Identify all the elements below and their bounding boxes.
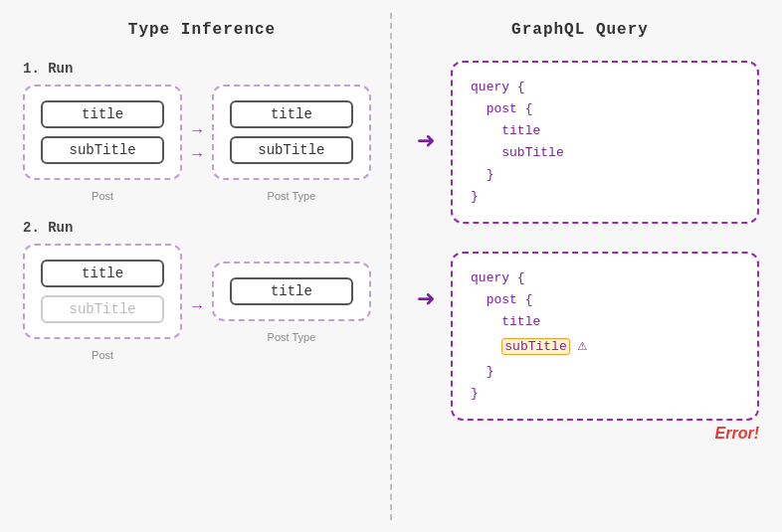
run1-code-box: query { post { title subTitle } } bbox=[451, 61, 759, 225]
run1-big-arrow-icon: ➜ bbox=[417, 123, 435, 160]
run2-post-title: title bbox=[41, 260, 164, 287]
right-column-header: GraphQL Query bbox=[511, 21, 649, 39]
left-column-header: Type Inference bbox=[128, 21, 276, 39]
warning-icon: ⚠️ bbox=[578, 333, 588, 360]
run2-post-fields: title subTitle bbox=[23, 244, 182, 339]
left-column: 1. Run title subTitle Post → → bbox=[13, 51, 391, 520]
run2-error-highlight: subTitle bbox=[501, 338, 569, 355]
run1-arrows: → → bbox=[188, 123, 206, 163]
run1-post-label: Post bbox=[23, 190, 182, 202]
run2-error-text: Error! bbox=[451, 425, 759, 443]
run1-posttype-subtitle: subTitle bbox=[230, 136, 353, 164]
run1-post-title: title bbox=[41, 100, 164, 128]
run1-arrow-title: → bbox=[192, 123, 202, 139]
run2-right: ➜ query { post { title subTitle ⚠️ } } E… bbox=[411, 252, 759, 443]
run2-posttype-title: title bbox=[230, 277, 353, 305]
run2-left: 2. Run title subTitle Post → ti bbox=[23, 220, 371, 361]
run2-code-area: query { post { title subTitle ⚠️ } } Err… bbox=[451, 252, 759, 443]
run2-arrows: → bbox=[188, 289, 206, 315]
run2-code-box: query { post { title subTitle ⚠️ } } bbox=[451, 252, 759, 421]
run2-big-arrow-container: ➜ bbox=[411, 281, 441, 318]
run2-label: 2. Run bbox=[23, 220, 371, 236]
run1-posttype-box: title subTitle Post Type bbox=[212, 85, 371, 202]
vertical-divider bbox=[390, 13, 392, 520]
run1-posttype-title: title bbox=[230, 100, 353, 128]
run2-post-box: title subTitle Post bbox=[23, 244, 182, 361]
run2-arrow-title: → bbox=[192, 299, 202, 315]
run2-posttype-fields: title bbox=[212, 262, 371, 321]
run1-posttype-label: Post Type bbox=[212, 190, 371, 202]
run1-posttype-fields: title subTitle bbox=[212, 85, 371, 180]
run2-big-arrow-icon: ➜ bbox=[417, 281, 435, 318]
run1-left: 1. Run title subTitle Post → → bbox=[23, 61, 371, 202]
run2-posttype-label: Post Type bbox=[212, 331, 371, 343]
run2-diagrams: title subTitle Post → title Post Type bbox=[23, 244, 371, 361]
run1-label: 1. Run bbox=[23, 61, 371, 77]
run1-big-arrow-container: ➜ bbox=[411, 123, 441, 160]
right-column: ➜ query { post { title subTitle } } ➜ qu… bbox=[391, 51, 769, 520]
run2-post-subtitle: subTitle bbox=[41, 295, 164, 323]
run2-post-label: Post bbox=[23, 349, 182, 361]
main-container: Type Inference GraphQL Query 1. Run titl… bbox=[13, 13, 769, 520]
run2-posttype-box: title Post Type bbox=[212, 262, 371, 343]
run1-arrow-subtitle: → bbox=[192, 147, 202, 163]
run1-diagrams: title subTitle Post → → title subTitle bbox=[23, 85, 371, 202]
run1-post-box: title subTitle Post bbox=[23, 85, 182, 202]
run1-post-fields: title subTitle bbox=[23, 85, 182, 180]
run1-post-subtitle: subTitle bbox=[41, 136, 164, 164]
run1-right: ➜ query { post { title subTitle } } bbox=[411, 61, 759, 225]
